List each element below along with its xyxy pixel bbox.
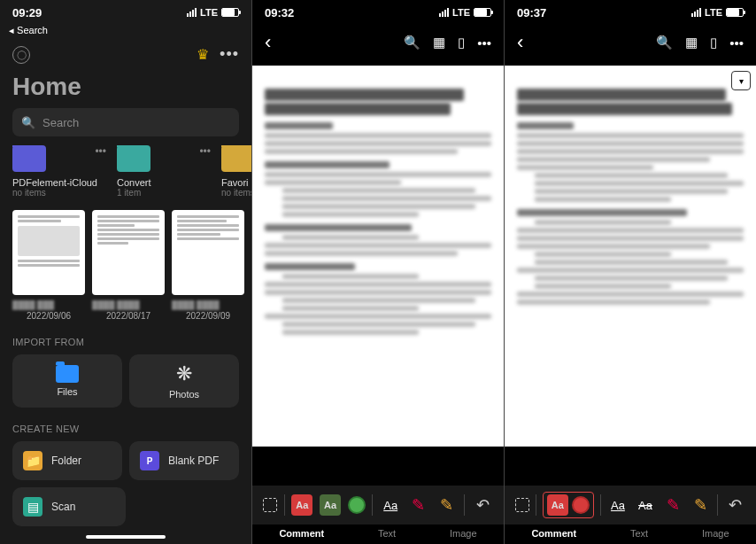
pdf-icon: P bbox=[140, 451, 159, 470]
stamp-green-tool[interactable] bbox=[348, 496, 366, 514]
text-style-red-tool[interactable]: Aa bbox=[547, 494, 568, 516]
pen-tool[interactable]: ✎ bbox=[408, 494, 429, 516]
folder-icon: 📁 bbox=[23, 451, 42, 470]
folder-more-icon[interactable]: ••• bbox=[199, 145, 211, 158]
network-label: LTE bbox=[200, 7, 218, 18]
text-strike-tool[interactable]: Aa bbox=[635, 494, 656, 516]
import-label: IMPORT FROM bbox=[0, 321, 251, 354]
doc-item[interactable]: ████ ███ 2022/09/06 bbox=[12, 210, 85, 321]
status-bar: 09:37 LTE bbox=[505, 0, 756, 25]
back-icon[interactable]: ‹ bbox=[265, 31, 271, 54]
tab-comment[interactable]: Comment bbox=[531, 528, 576, 539]
crown-icon[interactable]: ♛ bbox=[197, 46, 209, 63]
selected-tool-group: Aa bbox=[543, 492, 594, 518]
annotation-toolbar: Aa Aa Aa ✎ ✎ ↶ bbox=[505, 486, 756, 525]
grid-icon[interactable]: ▦ bbox=[433, 35, 445, 51]
folder-icon bbox=[221, 145, 251, 172]
battery-icon bbox=[726, 8, 744, 17]
profile-icon[interactable]: ◯ bbox=[12, 46, 30, 64]
folder-icon bbox=[12, 145, 46, 172]
nav-bar: ‹ 🔍 ▦ ▯ ••• bbox=[252, 25, 504, 60]
status-time: 09:32 bbox=[265, 6, 294, 19]
import-files-button[interactable]: Files bbox=[12, 354, 122, 408]
bottom-tabs: Comment Text Image bbox=[252, 525, 504, 544]
create-blank-pdf-button[interactable]: P Blank PDF bbox=[129, 441, 239, 480]
search-icon: 🔍 bbox=[21, 116, 35, 129]
folder-convert[interactable]: ••• Convert 1 item bbox=[117, 145, 214, 198]
editor-screen-1: 09:32 LTE ‹ 🔍 ▦ ▯ ••• Aa Aa bbox=[251, 0, 504, 544]
undo-icon[interactable]: ↶ bbox=[724, 494, 745, 516]
search-placeholder: Search bbox=[42, 116, 79, 129]
home-indicator[interactable] bbox=[86, 535, 166, 539]
top-row: ◯ ♛ ••• bbox=[0, 40, 251, 69]
select-area-tool[interactable] bbox=[515, 498, 529, 512]
folder-row: ••• PDFelement-iCloud no items ••• Conve… bbox=[0, 145, 251, 198]
back-to-search[interactable]: ◂ Search bbox=[0, 25, 251, 40]
tab-image[interactable]: Image bbox=[450, 528, 477, 539]
tab-text[interactable]: Text bbox=[630, 528, 648, 539]
nav-bar: ‹ 🔍 ▦ ▯ ••• bbox=[505, 25, 756, 60]
search-input[interactable]: 🔍 Search bbox=[12, 108, 239, 136]
search-icon[interactable]: 🔍 bbox=[404, 35, 420, 51]
signal-icon bbox=[691, 8, 701, 17]
editor-screen-2: 09:37 LTE ‹ 🔍 ▦ ▯ ••• ▾ Aa A bbox=[504, 0, 756, 544]
import-photos-button[interactable]: ❋ Photos bbox=[129, 354, 239, 408]
text-style-green-tool[interactable]: Aa bbox=[320, 494, 341, 516]
more-icon[interactable]: ••• bbox=[729, 35, 744, 51]
page-title: Home bbox=[0, 69, 251, 108]
text-style-red-tool[interactable]: Aa bbox=[291, 494, 312, 516]
bottom-tabs: Comment Text Image bbox=[505, 525, 756, 544]
battery-icon bbox=[221, 8, 239, 17]
document-viewer[interactable] bbox=[252, 66, 504, 447]
bookmark-icon[interactable]: ▯ bbox=[458, 35, 465, 51]
doc-item[interactable]: ████ ████ 2022/09/09 bbox=[172, 210, 244, 321]
photos-icon: ❋ bbox=[176, 362, 192, 385]
folder-more-icon[interactable]: ••• bbox=[95, 145, 106, 158]
signal-icon bbox=[439, 8, 449, 17]
search-icon[interactable]: 🔍 bbox=[656, 35, 673, 51]
tab-comment[interactable]: Comment bbox=[279, 528, 324, 539]
document-viewer[interactable]: ▾ bbox=[505, 66, 756, 447]
scan-icon: ▤ bbox=[23, 497, 42, 517]
recent-docs: ████ ███ 2022/09/06 ████ ████ 2022/08/17… bbox=[0, 198, 251, 321]
battery-icon bbox=[474, 8, 491, 17]
back-icon[interactable]: ‹ bbox=[517, 31, 523, 54]
bookmark-icon[interactable]: ▯ bbox=[710, 35, 717, 51]
status-bar: 09:32 LTE bbox=[252, 0, 504, 25]
undo-icon[interactable]: ↶ bbox=[472, 494, 493, 516]
save-icon[interactable]: ▾ bbox=[731, 71, 751, 90]
status-right: LTE bbox=[187, 7, 239, 18]
create-label: CREATE NEW bbox=[0, 408, 251, 441]
status-time: 09:29 bbox=[12, 6, 42, 19]
tab-image[interactable]: Image bbox=[702, 528, 729, 539]
home-screen: 09:29 LTE ◂ Search ◯ ♛ ••• Home 🔍 Search… bbox=[0, 0, 251, 544]
pen-tool[interactable]: ✎ bbox=[662, 494, 683, 516]
grid-icon[interactable]: ▦ bbox=[685, 35, 698, 51]
text-underline-tool[interactable]: Aa bbox=[607, 494, 629, 516]
create-folder-button[interactable]: 📁 Folder bbox=[12, 441, 122, 480]
select-area-tool[interactable] bbox=[263, 498, 277, 512]
scan-button[interactable]: ▤ Scan bbox=[12, 487, 126, 526]
signal-icon bbox=[187, 8, 197, 17]
more-icon[interactable]: ••• bbox=[477, 35, 491, 51]
more-icon[interactable]: ••• bbox=[220, 45, 239, 64]
highlighter-tool[interactable]: ✎ bbox=[690, 494, 711, 516]
stamp-red-tool[interactable] bbox=[572, 496, 590, 514]
folder-favorites[interactable]: Favori no items bbox=[221, 145, 251, 198]
folder-pdfelement[interactable]: ••• PDFelement-iCloud no items bbox=[12, 145, 110, 198]
highlighter-tool[interactable]: ✎ bbox=[436, 494, 458, 516]
tab-text[interactable]: Text bbox=[378, 528, 396, 539]
annotation-toolbar: Aa Aa Aa ✎ ✎ ↶ bbox=[252, 486, 504, 525]
status-time: 09:37 bbox=[517, 6, 546, 19]
text-underline-tool[interactable]: Aa bbox=[380, 494, 401, 516]
doc-item[interactable]: ████ ████ 2022/08/17 bbox=[92, 210, 165, 321]
status-bar: 09:29 LTE bbox=[0, 0, 251, 25]
files-icon bbox=[56, 365, 79, 383]
folder-icon bbox=[117, 145, 150, 172]
